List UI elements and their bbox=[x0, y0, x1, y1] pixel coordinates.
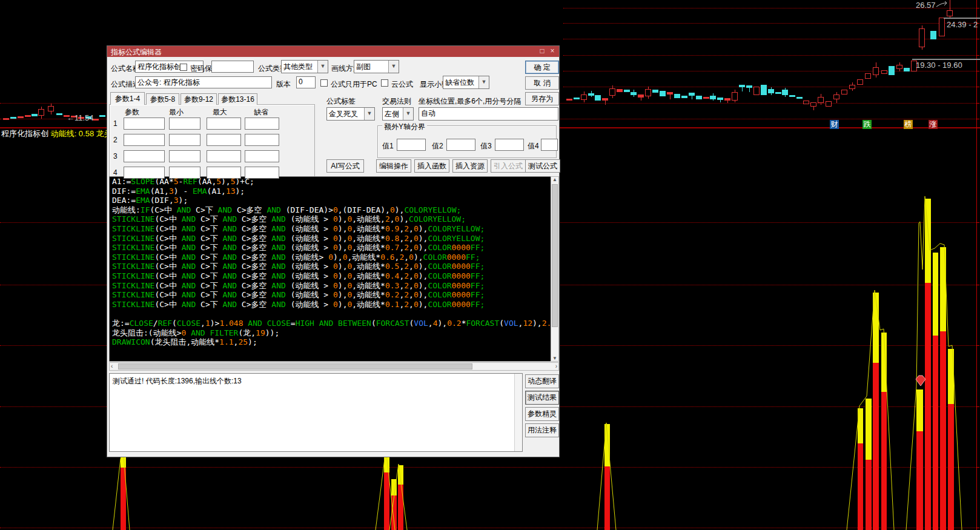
param-input-r4c4[interactable] bbox=[245, 167, 279, 179]
pc-only-label: 公式只用于PC bbox=[331, 79, 377, 90]
value1-input[interactable] bbox=[397, 139, 426, 151]
candlestick-up bbox=[18, 116, 24, 118]
price-marker-line bbox=[912, 59, 980, 60]
param-input-r4c1[interactable] bbox=[124, 167, 165, 179]
toolbar-button-插入资源[interactable]: 插入资源 bbox=[452, 159, 488, 173]
password-input[interactable] bbox=[211, 61, 254, 73]
param-input-r3c4[interactable] bbox=[245, 150, 279, 162]
param-input-r1c3[interactable] bbox=[207, 118, 241, 130]
value2-label: 值2 bbox=[432, 141, 443, 151]
draw-method-select[interactable]: 副图 ▼ bbox=[354, 60, 399, 73]
formula-code-editor[interactable]: A1:=SLOPE(AA*5-REF(AA,5),5)+C;DIF:=EMA(A… bbox=[109, 176, 551, 362]
close-icon[interactable]: × bbox=[548, 47, 557, 56]
value4-input[interactable] bbox=[541, 139, 558, 151]
param-input-r4c3[interactable] bbox=[207, 167, 241, 179]
side-button-动态翻译[interactable]: 动态翻译 bbox=[525, 374, 559, 388]
formula-type-select[interactable]: 其他类型 ▼ bbox=[281, 60, 328, 73]
scroll-left-icon[interactable]: ‹ bbox=[111, 363, 113, 370]
ticker-badge[interactable]: 跌 bbox=[862, 120, 872, 129]
momentum-bar-yellow bbox=[933, 253, 938, 336]
save-as-button[interactable]: 另存为 bbox=[525, 92, 559, 105]
decimals-select[interactable]: 缺省位数 ▼ bbox=[443, 76, 489, 89]
value2-input[interactable] bbox=[446, 139, 475, 151]
code-hscrollbar[interactable]: ‹ › bbox=[109, 362, 559, 371]
param-input-r3c3[interactable] bbox=[207, 150, 241, 162]
chevron-down-icon[interactable]: ▼ bbox=[403, 108, 413, 120]
param-input-r3c2[interactable] bbox=[169, 150, 200, 162]
param-col-header: 参数 bbox=[125, 107, 139, 118]
toolbar-button-编辑操作[interactable]: 编辑操作 bbox=[376, 159, 411, 173]
ticker-badge[interactable]: 涨 bbox=[929, 120, 938, 129]
param-input-r2c4[interactable] bbox=[245, 134, 279, 146]
tab-参数13-16[interactable]: 参数13-16 bbox=[218, 93, 257, 105]
tab-参数5-8[interactable]: 参数5-8 bbox=[146, 93, 179, 105]
side-button-参数精灵[interactable]: 参数精灵 bbox=[525, 407, 559, 421]
side-button-用法注释[interactable]: 用法注释 bbox=[525, 423, 559, 437]
coord-line-input[interactable]: 自动 bbox=[419, 107, 558, 121]
param-input-r1c4[interactable] bbox=[245, 118, 279, 130]
maximize-icon[interactable]: □ bbox=[537, 47, 547, 56]
param-input-r4c2[interactable] bbox=[169, 167, 200, 179]
formula-tag-value: 金叉死叉 bbox=[329, 109, 358, 119]
scroll-down-icon[interactable]: ▼ bbox=[551, 356, 558, 361]
ok-button[interactable]: 确 定 bbox=[525, 61, 559, 74]
momentum-bar-yellow bbox=[604, 424, 610, 466]
tab-参数1-4[interactable]: 参数1-4 bbox=[110, 92, 145, 105]
hscroll-thumb[interactable] bbox=[118, 363, 472, 369]
formula-tag-select[interactable]: 金叉死叉 ▼ bbox=[326, 107, 375, 121]
value3-label: 值3 bbox=[480, 141, 492, 151]
dialog-titlebar[interactable]: 指标公式编辑器 □ × bbox=[107, 46, 559, 57]
candlestick-up bbox=[919, 28, 925, 47]
code-line: 龙:=CLOSE/REF(CLOSE,1)>1.048 AND CLOSE=HI… bbox=[110, 319, 551, 328]
code-line: 龙头阻击:(动能线>0 AND FILTER(龙,19)); bbox=[110, 328, 551, 338]
toolbar-button-AI写公式[interactable]: AI写公式 bbox=[326, 159, 364, 173]
result-vscrollbar[interactable] bbox=[514, 374, 522, 451]
chevron-down-icon[interactable]: ▼ bbox=[388, 61, 399, 73]
scroll-right-icon[interactable]: › bbox=[555, 363, 557, 370]
candlestick-down bbox=[775, 92, 781, 94]
formula-desc-input[interactable]: 公众号: 程序化指标 bbox=[135, 76, 272, 88]
scroll-up-icon[interactable]: ▲ bbox=[551, 177, 558, 182]
cancel-button[interactable]: 取 消 bbox=[525, 76, 559, 90]
candlestick-down bbox=[930, 31, 936, 39]
version-label: 版本 bbox=[276, 79, 291, 90]
chevron-down-icon[interactable]: ▼ bbox=[317, 61, 328, 73]
ticker-badge[interactable]: 榜 bbox=[904, 120, 913, 129]
trade-rule-select[interactable]: 左侧 ▼ bbox=[382, 107, 414, 121]
dialog-title: 指标公式编辑器 bbox=[111, 47, 162, 58]
param-input-r1c1[interactable] bbox=[124, 118, 165, 130]
param-input-r1c2[interactable] bbox=[169, 118, 200, 130]
pc-only-checkbox[interactable] bbox=[320, 79, 328, 87]
param-col-header: 最小 bbox=[169, 107, 184, 118]
param-input-r2c3[interactable] bbox=[207, 134, 241, 146]
param-row-label: 2 bbox=[113, 136, 118, 144]
code-vscrollbar[interactable]: ▲ ▼ bbox=[551, 176, 559, 362]
chevron-down-icon[interactable]: ▼ bbox=[478, 76, 489, 88]
password-checkbox[interactable] bbox=[180, 64, 187, 71]
candlestick-down bbox=[595, 95, 601, 101]
candlestick-up bbox=[947, 10, 953, 16]
version-input[interactable]: 0 bbox=[296, 76, 316, 88]
price-label: 26.57 bbox=[916, 1, 936, 10]
chevron-down-icon[interactable]: ▼ bbox=[364, 108, 374, 120]
candlestick-down bbox=[99, 115, 105, 117]
momentum-bar-red bbox=[948, 404, 954, 530]
ticker-badge[interactable]: 财 bbox=[830, 120, 839, 129]
candlestick-down bbox=[689, 93, 695, 96]
tab-参数9-12[interactable]: 参数9-12 bbox=[180, 93, 217, 105]
momentum-bar-red bbox=[391, 495, 397, 530]
cloud-formula-checkbox[interactable] bbox=[381, 79, 388, 87]
candlestick-up bbox=[865, 73, 871, 79]
side-button-测试结果[interactable]: 测试结果 bbox=[525, 391, 559, 405]
value3-input[interactable] bbox=[495, 139, 524, 151]
vscroll-thumb[interactable] bbox=[552, 184, 558, 327]
candlestick-up bbox=[732, 92, 738, 101]
toolbar-button-插入函数[interactable]: 插入函数 bbox=[414, 159, 449, 173]
param-input-r2c2[interactable] bbox=[169, 134, 200, 146]
param-input-r2c1[interactable] bbox=[124, 134, 165, 146]
param-input-r3c1[interactable] bbox=[124, 150, 165, 162]
price-axis-line bbox=[976, 0, 977, 530]
toolbar-button-测试公式[interactable]: 测试公式 bbox=[525, 159, 560, 173]
param-row-label: 4 bbox=[113, 168, 118, 177]
price-label: ←11.54 bbox=[67, 113, 94, 122]
